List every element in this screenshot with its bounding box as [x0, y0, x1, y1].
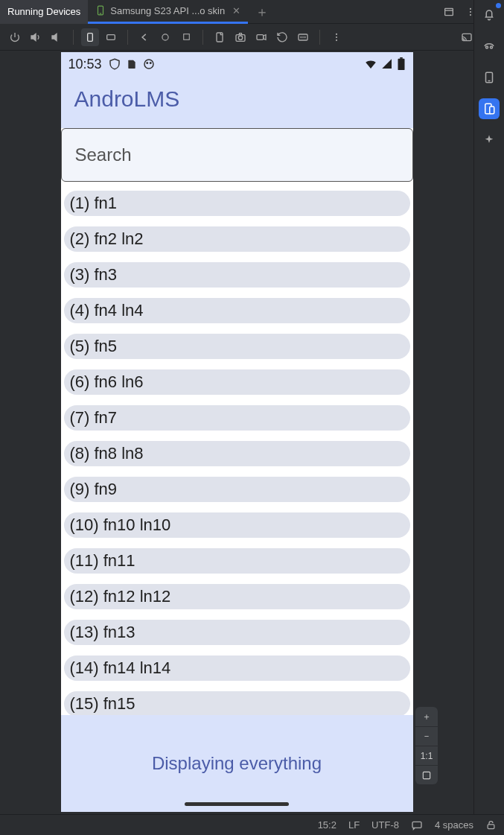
- sparkle-icon[interactable]: [479, 130, 500, 150]
- svg-rect-14: [217, 33, 223, 42]
- tab-running-devices[interactable]: Running Devices: [0, 0, 88, 24]
- emulator-toolbar: [0, 24, 504, 51]
- svg-point-6: [470, 14, 471, 16]
- search-input[interactable]: Search: [61, 128, 413, 182]
- zoom-reset-button[interactable]: 1:1: [415, 746, 438, 765]
- list-item[interactable]: (15) fn15: [64, 691, 410, 717]
- lock-icon[interactable]: [485, 819, 497, 831]
- list-item[interactable]: (13) fn13: [64, 620, 410, 645]
- svg-marker-18: [264, 34, 266, 39]
- extended-controls-button[interactable]: [294, 28, 312, 46]
- main-area: 10:53 AndroLMS: [0, 51, 473, 814]
- svg-rect-2: [445, 8, 453, 15]
- svg-point-16: [238, 36, 242, 39]
- list-item[interactable]: (12) fn12 ln12: [64, 584, 410, 609]
- svg-point-29: [150, 63, 151, 64]
- step-back-button[interactable]: [273, 28, 291, 46]
- svg-rect-40: [488, 825, 494, 829]
- memory-icon[interactable]: [479, 36, 500, 57]
- signal-icon: [380, 57, 394, 71]
- svg-rect-10: [88, 33, 93, 41]
- svg-point-28: [147, 63, 148, 64]
- power-button[interactable]: [6, 28, 24, 46]
- sd-card-icon: [126, 58, 138, 70]
- list-item[interactable]: (9) fn9: [64, 477, 410, 502]
- video-button[interactable]: [252, 28, 270, 46]
- camera-button[interactable]: [232, 28, 249, 46]
- list-item[interactable]: (2) fn2 ln2: [64, 226, 410, 252]
- search-placeholder: Search: [75, 145, 132, 165]
- emulator-screen[interactable]: 10:53 AndroLMS: [61, 52, 413, 812]
- indent-setting[interactable]: 4 spaces: [435, 819, 473, 831]
- svg-point-27: [144, 60, 153, 69]
- add-tab-button[interactable]: ＋: [248, 3, 276, 21]
- rotate-left-button[interactable]: [81, 28, 99, 46]
- close-icon[interactable]: ✕: [232, 5, 240, 16]
- footer-label: Displaying everything: [152, 753, 322, 774]
- status-time: 10:53: [68, 57, 102, 72]
- tab-label: Samsung S23 API ...o skin: [110, 5, 225, 16]
- screenshot-select-button[interactable]: [211, 28, 229, 46]
- notifications-icon[interactable]: [479, 4, 500, 25]
- svg-rect-11: [107, 34, 115, 39]
- footer-status: Displaying everything: [61, 715, 413, 812]
- list-item[interactable]: (8) fn8 ln8: [64, 441, 410, 466]
- window-icon[interactable]: [443, 6, 455, 18]
- list-item[interactable]: (14) fn14 ln14: [64, 655, 410, 681]
- zoom-in-button[interactable]: ＋: [415, 707, 438, 726]
- nav-indicator[interactable]: [185, 802, 289, 806]
- running-devices-icon[interactable]: [479, 98, 500, 119]
- list-item[interactable]: (7) fn7: [64, 405, 410, 431]
- list-item[interactable]: (6) fn6 ln6: [64, 369, 410, 395]
- list-item[interactable]: (3) fn3: [64, 262, 410, 288]
- list-item[interactable]: (10) fn10 ln10: [64, 512, 410, 538]
- svg-point-5: [470, 10, 471, 12]
- svg-marker-9: [52, 34, 57, 40]
- svg-rect-38: [490, 107, 494, 114]
- svg-point-4: [470, 7, 471, 9]
- encoding[interactable]: UTF-8: [371, 819, 399, 831]
- tab-label: Running Devices: [7, 6, 80, 17]
- results-list: (1) fn1(2) fn2 ln2(3) fn3(4) fn4 ln4(5) …: [61, 182, 413, 717]
- volume-up-button[interactable]: [27, 28, 45, 46]
- line-ending[interactable]: LF: [348, 819, 360, 831]
- shield-icon: [108, 57, 121, 71]
- back-button[interactable]: [135, 28, 153, 46]
- svg-point-12: [162, 34, 168, 39]
- svg-rect-17: [257, 34, 264, 39]
- device-manager-icon[interactable]: [479, 67, 500, 88]
- list-item[interactable]: (11) fn11: [64, 548, 410, 574]
- list-item[interactable]: (4) fn4 ln4: [64, 298, 410, 323]
- app-title: AndroLMS: [61, 76, 413, 128]
- svg-point-33: [486, 46, 488, 48]
- zoom-out-button[interactable]: －: [415, 726, 438, 746]
- home-button[interactable]: [156, 28, 174, 46]
- kebab-icon[interactable]: [328, 28, 345, 46]
- zoom-panel: ＋ － 1:1: [415, 707, 438, 784]
- svg-point-23: [336, 33, 337, 34]
- battery-icon: [397, 57, 406, 71]
- svg-rect-13: [183, 34, 189, 40]
- overview-button[interactable]: [177, 28, 195, 46]
- svg-rect-31: [400, 57, 403, 59]
- rotate-right-button[interactable]: [102, 28, 120, 46]
- list-item[interactable]: (5) fn5: [64, 334, 410, 359]
- list-item[interactable]: (1) fn1: [64, 191, 410, 216]
- android-status-bar: 10:53: [61, 52, 413, 76]
- top-tab-strip: Running Devices Samsung S23 API ...o ski…: [0, 0, 504, 24]
- svg-rect-39: [412, 822, 421, 828]
- chat-icon[interactable]: [411, 819, 423, 831]
- svg-rect-30: [398, 59, 404, 70]
- ide-status-bar: 15:2 LF UTF-8 4 spaces: [0, 814, 504, 835]
- svg-point-24: [336, 36, 337, 37]
- svg-point-34: [491, 46, 493, 48]
- zoom-fit-button[interactable]: [415, 765, 438, 784]
- svg-point-25: [336, 39, 337, 41]
- phone-icon: [95, 5, 106, 16]
- caret-position[interactable]: 15:2: [318, 819, 336, 831]
- tab-device-samsung[interactable]: Samsung S23 API ...o skin ✕: [88, 0, 248, 24]
- circle-icon: [142, 57, 156, 71]
- volume-down-button[interactable]: [48, 28, 66, 46]
- svg-rect-32: [423, 772, 430, 778]
- wifi-icon: [364, 57, 377, 71]
